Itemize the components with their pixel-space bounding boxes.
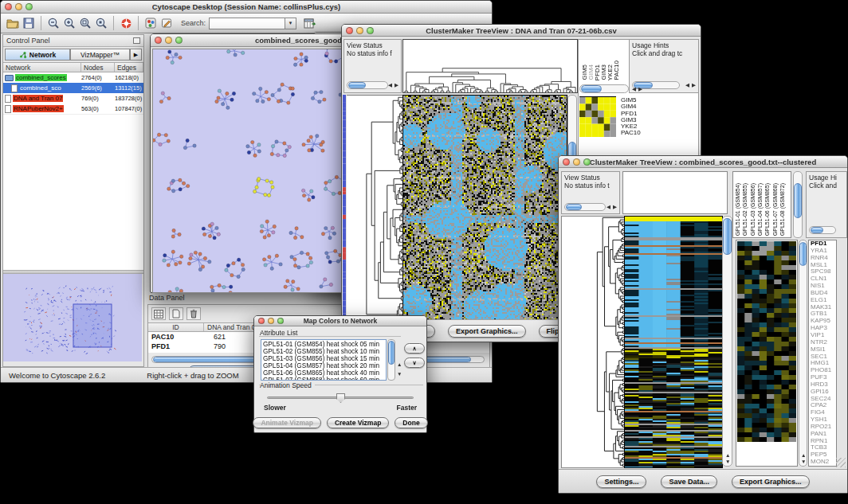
zoom-window-icon[interactable] <box>175 37 183 44</box>
col-edges[interactable]: Edges <box>115 63 143 72</box>
move-down-button[interactable]: ∨ <box>404 357 425 368</box>
zoom-in-icon[interactable] <box>61 16 77 30</box>
window-controls[interactable] <box>5 3 33 10</box>
create-vizmap-button[interactable]: Create Vizmap <box>327 417 389 428</box>
attribute-list-item[interactable]: GPL51-03 (GSM856) heat shock 15 min <box>263 355 384 362</box>
export-graphics-button[interactable]: Export Graphics... <box>732 475 810 488</box>
network-table-row[interactable]: RNAPuberNov2+563(0)107847(0) <box>3 104 143 114</box>
minimize-icon[interactable] <box>15 3 22 10</box>
scroll-down-icon[interactable]: ▼ <box>397 372 402 377</box>
close-icon[interactable] <box>258 318 265 324</box>
tv1-column-dendrogram[interactable] <box>402 39 578 93</box>
tv1-heatmap[interactable] <box>402 95 567 320</box>
scroll-up-icon[interactable]: ▲ <box>725 453 730 459</box>
tv2-vscrollbar[interactable]: ▲ ▼ <box>722 216 732 467</box>
save-session-icon[interactable] <box>21 16 37 30</box>
attribute-list-item[interactable]: GPL51-04 (GSM857) heat shock 20 min <box>263 362 384 369</box>
tv1-usage-scroll-thumb[interactable] <box>634 82 653 88</box>
attribute-list-scroll-thumb[interactable] <box>388 341 395 365</box>
datapanel-col-id[interactable]: ID <box>148 323 204 331</box>
zoom-fit-icon[interactable] <box>77 16 93 30</box>
scroll-up-icon[interactable]: ▲ <box>801 453 806 459</box>
minimize-icon[interactable] <box>268 318 274 324</box>
tv2-usage-scroll-thumb[interactable] <box>811 227 823 233</box>
tv2-status-scroll-thumb[interactable] <box>566 204 582 210</box>
new-attribute-icon[interactable] <box>169 307 183 320</box>
attribute-list-item[interactable]: GPL51-02 (GSM855) heat shock 10 min <box>263 348 384 355</box>
help-icon[interactable] <box>118 16 134 30</box>
scroll-up-icon[interactable]: ▲ <box>397 362 402 368</box>
tv2-collabel-vscrollbar[interactable] <box>793 171 803 238</box>
tv2-collabel-scroll-thumb[interactable] <box>794 183 802 218</box>
tab-network[interactable]: Network <box>5 49 70 61</box>
zoom-out-icon[interactable] <box>45 16 61 30</box>
treeview1-titlebar[interactable]: ClusterMaker TreeView : DNA and Tran 07-… <box>342 25 701 37</box>
tv1-status-scroll-thumb[interactable] <box>348 82 366 88</box>
attribute-list-item[interactable]: GPL51-06 (GSM865) heat shock 40 min <box>263 369 384 377</box>
tv1-row-dendrogram[interactable] <box>347 95 402 320</box>
birdseye-view[interactable] <box>3 274 142 361</box>
tv1-status-scrollbar[interactable] <box>347 81 388 89</box>
import-table-icon[interactable] <box>301 16 317 30</box>
close-icon[interactable] <box>346 27 353 34</box>
float-panel-icon[interactable] <box>133 37 140 44</box>
zoom-window-icon[interactable] <box>277 318 284 324</box>
treeview2-titlebar[interactable]: ClusterMaker TreeView : combined_scores_… <box>559 156 847 168</box>
annotation-icon[interactable] <box>159 16 175 30</box>
tab-vizmapper[interactable]: VizMapper™ <box>70 49 130 61</box>
attribute-list-item[interactable]: GPL51-01 (GSM854) heat shock 05 min <box>263 341 384 348</box>
scroll-left-icon[interactable]: ◀ <box>632 87 636 92</box>
tv2-status-scrollbar[interactable] <box>564 203 606 211</box>
vizmapper-icon[interactable] <box>143 16 159 30</box>
minimize-icon[interactable] <box>356 27 363 34</box>
search-dropdown-button[interactable]: ▼ <box>285 18 296 29</box>
scroll-left-icon[interactable]: ◀ <box>388 83 392 88</box>
tv2-vscroll-thumb[interactable] <box>723 218 732 255</box>
scroll-down-icon[interactable]: ▼ <box>801 459 806 465</box>
open-session-icon[interactable] <box>5 16 21 30</box>
scroll-left-icon[interactable]: ◀ <box>685 83 689 88</box>
minimize-icon[interactable] <box>165 37 172 44</box>
zoom-window-icon[interactable] <box>583 158 591 166</box>
select-attributes-icon[interactable] <box>151 307 166 320</box>
col-network[interactable]: Network <box>3 63 81 72</box>
zoom-window-icon[interactable] <box>367 27 374 34</box>
tab-overflow-button[interactable]: ▶ <box>130 49 142 61</box>
network-table-row[interactable]: DNA and Tran 07769(0)183728(0) <box>3 93 143 104</box>
minimize-icon[interactable] <box>573 158 580 166</box>
gene-label[interactable]: MON2 <box>811 459 836 466</box>
attribute-list-vscrollbar[interactable] <box>387 339 395 381</box>
tv2-heatmap[interactable] <box>624 216 723 468</box>
tv2-gene-vscrollbar[interactable]: ▲ ▼ <box>799 240 807 467</box>
close-icon[interactable] <box>563 158 570 166</box>
dialog-titlebar[interactable]: Map Colors to Network <box>254 316 426 326</box>
slider-thumb[interactable] <box>336 393 345 403</box>
cytoscape-titlebar[interactable]: Cytoscape Desktop (Session Name: collins… <box>1 1 492 14</box>
tv2-gene-scroll-thumb[interactable] <box>799 242 807 266</box>
export-graphics-button[interactable]: Export Graphics... <box>448 325 526 338</box>
save-data-button[interactable]: Save Data... <box>661 475 717 488</box>
tv2-row-dendrogram[interactable] <box>561 216 625 468</box>
animate-vizmap-button[interactable]: Animate Vizmap <box>253 417 321 428</box>
scroll-right-icon[interactable]: ▶ <box>613 205 617 210</box>
resize-grip[interactable] <box>836 458 846 467</box>
network-table-row[interactable]: combined_scores2764(0)16218(0) <box>3 72 143 83</box>
zoom-selected-icon[interactable] <box>93 16 109 30</box>
scroll-right-icon[interactable]: ▶ <box>395 83 398 88</box>
tv1-zoom-heatmap[interactable] <box>579 96 616 137</box>
scroll-right-icon[interactable]: ▶ <box>638 87 642 92</box>
tv2-zoom-heatmap[interactable] <box>737 241 796 442</box>
delete-attribute-icon[interactable] <box>186 307 201 320</box>
tv1-zoom-hscroll-thumb[interactable] <box>581 85 602 92</box>
animation-speed-slider[interactable] <box>267 397 414 399</box>
scroll-down-icon[interactable]: ▼ <box>725 459 730 465</box>
close-icon[interactable] <box>5 3 12 10</box>
network-table-row[interactable]: combined_sco2569(6)13112(15) <box>3 83 143 93</box>
attribute-list-item[interactable]: GPL51-07 (GSM868) heat shock 60 min <box>263 377 384 381</box>
tv2-usage-scrollbar[interactable] <box>809 226 836 234</box>
scroll-right-icon[interactable]: ▶ <box>692 83 696 88</box>
search-input[interactable] <box>209 18 285 29</box>
tv1-zoom-hscrollbar[interactable] <box>579 84 629 93</box>
move-up-button[interactable]: ∧ <box>404 343 425 354</box>
scroll-left-icon[interactable]: ◀ <box>607 205 610 210</box>
